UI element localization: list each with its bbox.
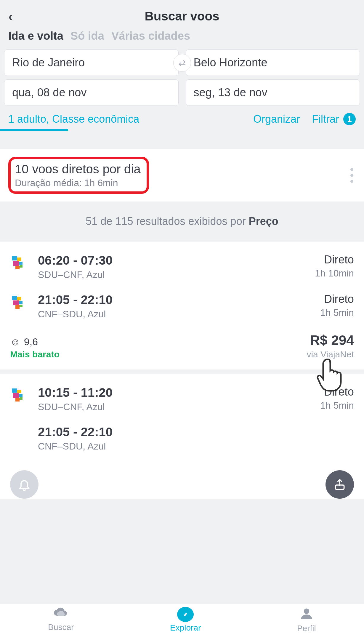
price-via: via ViajaNet: [307, 349, 354, 359]
cheapest-label: Mais barato: [10, 349, 60, 359]
highlight-annotation: 10 voos diretos por dia Duração média: 1…: [8, 157, 149, 194]
leg-stops: Direto: [320, 386, 354, 398]
leg-times: 21:05 - 22:10: [38, 293, 311, 307]
leg-duration: 1h 5min: [320, 307, 354, 318]
rating-value: 9,6: [24, 336, 38, 348]
flight-leg: 06:20 - 07:30 SDU–CNF, Azul Direto 1h 10…: [10, 253, 354, 280]
svg-rect-4: [15, 266, 20, 269]
destination-input[interactable]: Belo Horizonte: [186, 49, 360, 76]
page-title: Buscar voos: [145, 9, 219, 23]
flight-leg: 21:05 - 22:10 CNF–SDU, Azul Direto 1h 5m…: [10, 293, 354, 320]
leg-duration: 1h 10min: [315, 268, 354, 279]
results-count-prefix: 51 de 115 resultados exibidos por: [86, 215, 248, 227]
svg-rect-8: [13, 300, 19, 305]
leg-route: SDU–CNF, Azul: [38, 269, 306, 280]
svg-rect-5: [20, 265, 23, 268]
nav-search[interactable]: Buscar: [48, 607, 74, 633]
nav-search-label: Buscar: [48, 623, 74, 632]
price-alert-button[interactable]: [10, 470, 39, 499]
svg-rect-0: [12, 256, 17, 260]
svg-rect-11: [20, 305, 23, 307]
svg-rect-3: [19, 262, 23, 265]
svg-rect-7: [17, 297, 21, 300]
leg-times: 10:15 - 11:20: [38, 386, 311, 400]
svg-rect-16: [15, 398, 20, 402]
svg-rect-6: [12, 296, 17, 300]
tab-roundtrip[interactable]: Ida e volta: [8, 30, 63, 42]
tab-oneway[interactable]: Só ida: [70, 30, 104, 42]
return-date-input[interactable]: seg, 13 de nov: [186, 79, 360, 106]
trip-type-tabs: Ida e volta Só ida Várias cidades: [8, 30, 356, 42]
compass-icon: [177, 607, 194, 622]
flight-card[interactable]: 06:20 - 07:30 SDU–CNF, Azul Direto 1h 10…: [0, 241, 364, 374]
nav-explore[interactable]: Explorar: [170, 607, 201, 633]
svg-rect-2: [13, 261, 19, 266]
leg-times: 06:20 - 07:30: [38, 253, 306, 268]
svg-rect-12: [12, 388, 17, 393]
airline-logo-icon: [10, 255, 29, 273]
swap-icon[interactable]: ⇄: [173, 54, 191, 72]
svg-rect-9: [19, 301, 23, 304]
back-button[interactable]: ‹: [8, 8, 13, 24]
filter-label: Filtrar: [312, 113, 339, 125]
direct-flights-title: 10 voos diretos por dia: [15, 162, 141, 176]
depart-date-input[interactable]: qua, 08 de nov: [4, 79, 179, 106]
price-value: R$ 294: [307, 332, 354, 348]
svg-rect-1: [17, 257, 21, 261]
leg-route: CNF–SDU, Azul: [38, 309, 311, 320]
avg-duration-text: Duração média: 1h 6min: [15, 177, 141, 188]
svg-rect-10: [15, 305, 20, 309]
nav-profile[interactable]: Perfil: [297, 607, 316, 633]
svg-rect-14: [13, 393, 19, 398]
direct-flights-summary[interactable]: 10 voos diretos por dia Duração média: 1…: [0, 149, 364, 201]
svg-point-20: [304, 609, 309, 614]
nav-explore-label: Explorar: [170, 623, 201, 633]
passengers-class-button[interactable]: 1 adulto, Classe econômica: [8, 113, 139, 125]
sort-key: Preço: [249, 215, 278, 227]
filter-button[interactable]: Filtrar 1: [312, 113, 356, 125]
more-options-icon[interactable]: [350, 168, 353, 183]
nav-profile-label: Perfil: [297, 624, 316, 633]
sort-button[interactable]: Organizar: [253, 113, 300, 125]
tab-multicity[interactable]: Várias cidades: [111, 30, 190, 42]
results-count-row: 51 de 115 resultados exibidos por Preço: [0, 201, 364, 241]
svg-rect-15: [19, 394, 23, 397]
filter-count-badge: 1: [343, 113, 356, 125]
share-button[interactable]: [325, 470, 354, 499]
bottom-nav: Buscar Explorar Perfil: [0, 604, 364, 635]
airline-logo-icon: [10, 387, 29, 406]
leg-stops: Direto: [320, 293, 354, 305]
airline-logo-icon: [10, 294, 29, 313]
leg-route: SDU–CNF, Azul: [38, 402, 311, 412]
cloud-icon: [53, 607, 69, 621]
leg-route: CNF–SDU, Azul: [38, 441, 345, 452]
leg-stops: Direto: [315, 253, 354, 266]
leg-times: 21:05 - 22:10: [38, 425, 345, 439]
person-icon: [300, 607, 313, 623]
rating-smiley-icon: ☺: [10, 336, 20, 348]
svg-rect-13: [17, 390, 21, 393]
flight-leg: 21:05 - 22:10 CNF–SDU, Azul: [10, 425, 354, 452]
svg-rect-17: [20, 397, 23, 400]
flight-leg: 10:15 - 11:20 SDU–CNF, Azul Direto 1h 5m…: [10, 386, 354, 412]
leg-duration: 1h 5min: [320, 400, 354, 411]
origin-input[interactable]: Rio de Janeiro: [4, 49, 179, 76]
flight-card[interactable]: 10:15 - 11:20 SDU–CNF, Azul Direto 1h 5m…: [0, 374, 364, 503]
